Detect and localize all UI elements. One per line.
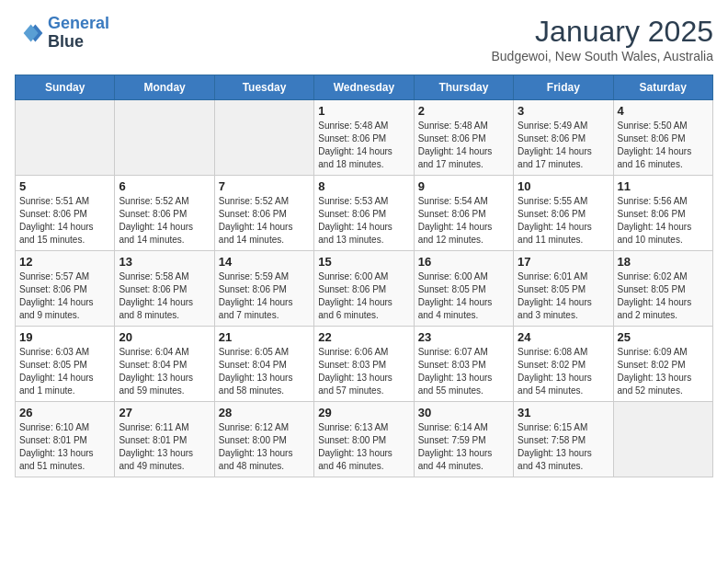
calendar-cell: 21Sunrise: 6:05 AM Sunset: 8:04 PM Dayli… (214, 327, 313, 402)
calendar-cell: 9Sunrise: 5:54 AM Sunset: 8:06 PM Daylig… (414, 176, 513, 251)
calendar-week-2: 5Sunrise: 5:51 AM Sunset: 8:06 PM Daylig… (16, 176, 713, 251)
day-info: Sunrise: 5:57 AM Sunset: 8:06 PM Dayligh… (19, 270, 110, 322)
day-number: 1 (318, 104, 409, 118)
day-number: 21 (219, 330, 310, 344)
calendar-cell: 26Sunrise: 6:10 AM Sunset: 8:01 PM Dayli… (16, 402, 115, 477)
day-info: Sunrise: 6:01 AM Sunset: 8:05 PM Dayligh… (518, 270, 609, 322)
calendar-cell: 12Sunrise: 5:57 AM Sunset: 8:06 PM Dayli… (16, 251, 115, 327)
day-info: Sunrise: 5:51 AM Sunset: 8:06 PM Dayligh… (19, 195, 110, 247)
day-info: Sunrise: 6:08 AM Sunset: 8:02 PM Dayligh… (518, 346, 609, 397)
day-number: 20 (119, 330, 210, 344)
day-number: 4 (618, 104, 709, 118)
day-number: 8 (318, 179, 409, 193)
day-info: Sunrise: 6:12 AM Sunset: 8:00 PM Dayligh… (219, 421, 310, 473)
calendar-body: 1Sunrise: 5:48 AM Sunset: 8:06 PM Daylig… (16, 100, 713, 477)
calendar-cell: 2Sunrise: 5:48 AM Sunset: 8:06 PM Daylig… (414, 100, 513, 176)
calendar-cell (214, 100, 313, 176)
logo: General Blue (15, 15, 109, 52)
day-info: Sunrise: 5:50 AM Sunset: 8:06 PM Dayligh… (618, 120, 709, 171)
calendar-cell: 14Sunrise: 5:59 AM Sunset: 8:06 PM Dayli… (214, 251, 313, 327)
calendar-cell: 7Sunrise: 5:52 AM Sunset: 8:06 PM Daylig… (214, 176, 313, 251)
day-info: Sunrise: 5:52 AM Sunset: 8:06 PM Dayligh… (219, 195, 310, 247)
calendar-cell: 29Sunrise: 6:13 AM Sunset: 8:00 PM Dayli… (314, 402, 414, 477)
calendar-title: January 2025 (492, 15, 714, 49)
day-number: 10 (518, 179, 609, 193)
day-info: Sunrise: 6:00 AM Sunset: 8:05 PM Dayligh… (418, 270, 509, 322)
calendar-cell: 28Sunrise: 6:12 AM Sunset: 8:00 PM Dayli… (214, 402, 313, 477)
day-info: Sunrise: 5:48 AM Sunset: 8:06 PM Dayligh… (318, 120, 409, 171)
weekday-header-friday: Friday (514, 75, 613, 100)
calendar-cell: 16Sunrise: 6:00 AM Sunset: 8:05 PM Dayli… (414, 251, 513, 327)
day-number: 23 (418, 330, 509, 344)
calendar-cell: 24Sunrise: 6:08 AM Sunset: 8:02 PM Dayli… (514, 327, 613, 402)
day-number: 19 (19, 330, 110, 344)
calendar-cell: 1Sunrise: 5:48 AM Sunset: 8:06 PM Daylig… (314, 100, 414, 176)
page-header: General Blue January 2025 Budgewoi, New … (15, 15, 713, 63)
day-info: Sunrise: 6:03 AM Sunset: 8:05 PM Dayligh… (19, 346, 110, 397)
logo-text: General Blue (48, 15, 109, 52)
day-number: 5 (19, 179, 110, 193)
calendar-cell: 3Sunrise: 5:49 AM Sunset: 8:06 PM Daylig… (514, 100, 613, 176)
day-info: Sunrise: 5:53 AM Sunset: 8:06 PM Dayligh… (318, 195, 409, 247)
day-info: Sunrise: 5:58 AM Sunset: 8:06 PM Dayligh… (119, 270, 210, 322)
calendar-cell: 31Sunrise: 6:15 AM Sunset: 7:58 PM Dayli… (514, 402, 613, 477)
logo-icon (15, 18, 44, 48)
day-info: Sunrise: 6:13 AM Sunset: 8:00 PM Dayligh… (318, 421, 409, 473)
calendar-cell: 13Sunrise: 5:58 AM Sunset: 8:06 PM Dayli… (115, 251, 214, 327)
calendar-week-1: 1Sunrise: 5:48 AM Sunset: 8:06 PM Daylig… (16, 100, 713, 176)
day-number: 31 (518, 406, 609, 419)
day-number: 9 (418, 179, 509, 193)
calendar-cell (613, 402, 712, 477)
calendar-cell: 4Sunrise: 5:50 AM Sunset: 8:06 PM Daylig… (613, 100, 712, 176)
day-info: Sunrise: 6:09 AM Sunset: 8:02 PM Dayligh… (618, 346, 709, 397)
day-number: 16 (418, 255, 509, 269)
day-info: Sunrise: 6:05 AM Sunset: 8:04 PM Dayligh… (219, 346, 310, 397)
day-info: Sunrise: 6:15 AM Sunset: 7:58 PM Dayligh… (518, 421, 609, 473)
day-info: Sunrise: 5:59 AM Sunset: 8:06 PM Dayligh… (219, 270, 310, 322)
title-block: January 2025 Budgewoi, New South Wales, … (492, 15, 714, 63)
day-number: 7 (219, 179, 310, 193)
calendar-cell: 18Sunrise: 6:02 AM Sunset: 8:05 PM Dayli… (613, 251, 712, 327)
day-info: Sunrise: 6:04 AM Sunset: 8:04 PM Dayligh… (119, 346, 210, 397)
calendar-cell (115, 100, 214, 176)
day-number: 13 (119, 255, 210, 269)
calendar-week-4: 19Sunrise: 6:03 AM Sunset: 8:05 PM Dayli… (16, 327, 713, 402)
day-info: Sunrise: 5:52 AM Sunset: 8:06 PM Dayligh… (119, 195, 210, 247)
calendar-cell: 19Sunrise: 6:03 AM Sunset: 8:05 PM Dayli… (16, 327, 115, 402)
weekday-header-wednesday: Wednesday (314, 75, 414, 100)
calendar-cell: 11Sunrise: 5:56 AM Sunset: 8:06 PM Dayli… (613, 176, 712, 251)
calendar-week-3: 12Sunrise: 5:57 AM Sunset: 8:06 PM Dayli… (16, 251, 713, 327)
day-info: Sunrise: 5:49 AM Sunset: 8:06 PM Dayligh… (518, 120, 609, 171)
calendar-cell: 27Sunrise: 6:11 AM Sunset: 8:01 PM Dayli… (115, 402, 214, 477)
day-info: Sunrise: 6:14 AM Sunset: 7:59 PM Dayligh… (418, 421, 509, 473)
calendar-cell: 23Sunrise: 6:07 AM Sunset: 8:03 PM Dayli… (414, 327, 513, 402)
weekday-header-saturday: Saturday (613, 75, 712, 100)
weekday-header-monday: Monday (115, 75, 214, 100)
day-info: Sunrise: 6:10 AM Sunset: 8:01 PM Dayligh… (19, 421, 110, 473)
calendar-cell: 22Sunrise: 6:06 AM Sunset: 8:03 PM Dayli… (314, 327, 414, 402)
day-number: 6 (119, 179, 210, 193)
calendar-cell: 20Sunrise: 6:04 AM Sunset: 8:04 PM Dayli… (115, 327, 214, 402)
day-info: Sunrise: 5:56 AM Sunset: 8:06 PM Dayligh… (618, 195, 709, 247)
calendar-table: SundayMondayTuesdayWednesdayThursdayFrid… (15, 75, 713, 477)
calendar-cell: 17Sunrise: 6:01 AM Sunset: 8:05 PM Dayli… (514, 251, 613, 327)
calendar-cell: 10Sunrise: 5:55 AM Sunset: 8:06 PM Dayli… (514, 176, 613, 251)
day-info: Sunrise: 5:55 AM Sunset: 8:06 PM Dayligh… (518, 195, 609, 247)
day-number: 15 (318, 255, 409, 269)
calendar-cell: 5Sunrise: 5:51 AM Sunset: 8:06 PM Daylig… (16, 176, 115, 251)
day-number: 25 (618, 330, 709, 344)
calendar-subtitle: Budgewoi, New South Wales, Australia (492, 49, 714, 63)
weekday-header-thursday: Thursday (414, 75, 513, 100)
day-number: 28 (219, 406, 310, 419)
calendar-header: SundayMondayTuesdayWednesdayThursdayFrid… (16, 75, 713, 100)
day-info: Sunrise: 6:00 AM Sunset: 8:06 PM Dayligh… (318, 270, 409, 322)
day-number: 29 (318, 406, 409, 419)
day-info: Sunrise: 5:48 AM Sunset: 8:06 PM Dayligh… (418, 120, 509, 171)
day-info: Sunrise: 5:54 AM Sunset: 8:06 PM Dayligh… (418, 195, 509, 247)
day-number: 17 (518, 255, 609, 269)
weekday-header-sunday: Sunday (16, 75, 115, 100)
day-number: 12 (19, 255, 110, 269)
day-info: Sunrise: 6:02 AM Sunset: 8:05 PM Dayligh… (618, 270, 709, 322)
calendar-cell (16, 100, 115, 176)
calendar-cell: 15Sunrise: 6:00 AM Sunset: 8:06 PM Dayli… (314, 251, 414, 327)
